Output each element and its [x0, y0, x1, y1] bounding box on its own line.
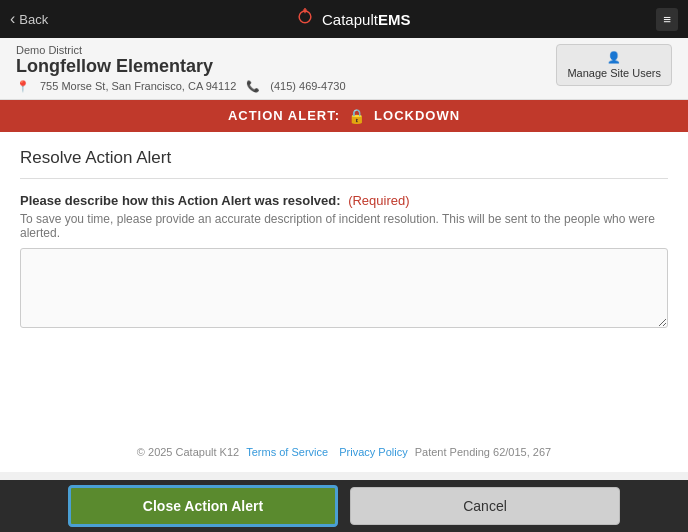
copyright-text: © 2025 Catapult K12: [137, 446, 239, 458]
resolution-textarea[interactable]: [20, 248, 668, 328]
field-hint: To save you time, please provide an accu…: [20, 212, 668, 240]
manage-users-label: Manage Site Users: [567, 67, 661, 79]
required-badge: (Required): [348, 193, 409, 208]
app-header: Back CatapultEMS ≡: [0, 0, 688, 38]
menu-icon: ≡: [663, 12, 671, 27]
school-details: Demo District Longfellow Elementary 📍 75…: [16, 44, 346, 93]
close-action-alert-button[interactable]: Close Action Alert: [68, 485, 338, 527]
bottom-action-bar: Close Action Alert Cancel: [0, 480, 688, 532]
address-text: 755 Morse St, San Francisco, CA 94112: [40, 80, 236, 92]
school-info-bar: Demo District Longfellow Elementary 📍 75…: [0, 38, 688, 100]
contact-line: 📍 755 Morse St, San Francisco, CA 94112 …: [16, 80, 346, 93]
manage-site-users-button[interactable]: 👤 Manage Site Users: [556, 44, 672, 86]
privacy-policy-link[interactable]: Privacy Policy: [339, 446, 407, 458]
lock-icon: 🔒: [348, 108, 366, 124]
school-name: Longfellow Elementary: [16, 56, 346, 78]
manage-users-icon: 👤: [607, 51, 621, 64]
terms-of-service-link[interactable]: Terms of Service: [246, 446, 328, 458]
cancel-button[interactable]: Cancel: [350, 487, 620, 525]
back-icon: [10, 10, 15, 28]
phone-icon: 📞: [246, 80, 260, 93]
catapult-logo-icon: [294, 8, 316, 30]
logo-text: CatapultEMS: [322, 11, 410, 28]
alert-prefix: ACTION ALERT:: [228, 108, 340, 123]
main-content-area: Resolve Action Alert Please describe how…: [0, 132, 688, 432]
back-label: Back: [19, 12, 48, 27]
back-button[interactable]: Back: [10, 10, 48, 28]
patent-text: Patent Pending 62/015, 267: [415, 446, 551, 458]
menu-button[interactable]: ≡: [656, 8, 678, 31]
phone-text: (415) 469-4730: [270, 80, 345, 92]
alert-type: LOCKDOWN: [374, 108, 460, 123]
page-title: Resolve Action Alert: [20, 148, 668, 179]
field-label: Please describe how this Action Alert wa…: [20, 193, 668, 208]
district-name: Demo District: [16, 44, 346, 56]
action-alert-banner: ACTION ALERT: 🔒 LOCKDOWN: [0, 100, 688, 132]
pin-icon: 📍: [16, 80, 30, 93]
app-logo: CatapultEMS: [294, 8, 410, 30]
footer: © 2025 Catapult K12 Terms of Service Pri…: [0, 432, 688, 472]
